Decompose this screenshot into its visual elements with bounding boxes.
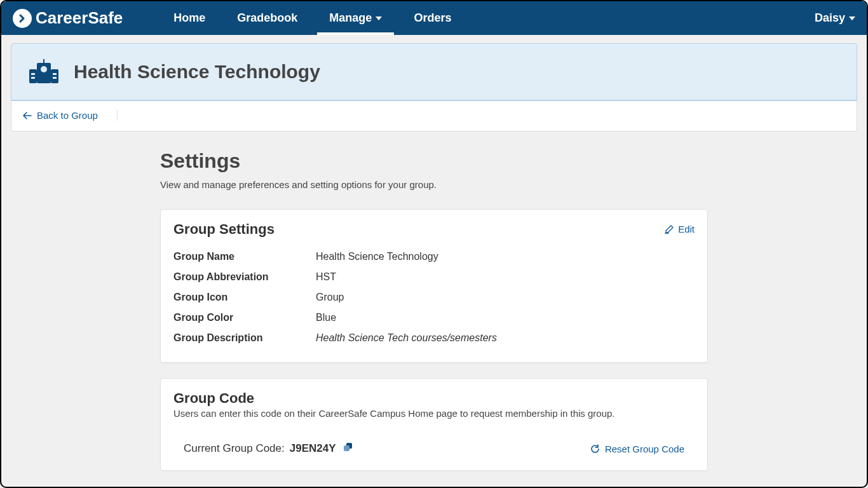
page-subtitle: View and manage preferences and setting … <box>160 179 708 190</box>
group-code-title: Group Code <box>173 390 695 407</box>
edit-button[interactable]: Edit <box>664 224 695 234</box>
svg-point-3 <box>41 66 47 72</box>
group-abbr-value: HST <box>316 271 336 283</box>
brand-logo[interactable]: CareerSafe <box>13 8 123 28</box>
back-to-group-link[interactable]: Back to Group <box>23 110 118 121</box>
group-abbr-row: Group Abbreviation HST <box>173 267 695 287</box>
edit-icon <box>664 224 674 234</box>
page-title: Settings <box>160 149 708 173</box>
user-menu[interactable]: Daisy <box>815 11 855 25</box>
group-abbr-label: Group Abbreviation <box>173 271 316 283</box>
group-icon-row: Group Icon Group <box>173 287 695 308</box>
group-desc-label: Group Description <box>173 332 316 344</box>
school-icon <box>29 58 58 86</box>
group-color-label: Group Color <box>173 312 316 323</box>
svg-rect-10 <box>344 445 349 451</box>
group-color-value: Blue <box>316 312 336 323</box>
copy-icon <box>342 442 354 453</box>
banner-title: Health Science Technology <box>74 61 320 83</box>
svg-rect-8 <box>53 77 57 79</box>
group-name-label: Group Name <box>173 251 316 262</box>
svg-rect-4 <box>43 59 44 64</box>
group-name-value: Health Science Technology <box>316 251 438 262</box>
svg-rect-5 <box>31 73 35 75</box>
page-body: Health Science Technology Back to Group … <box>1 35 867 471</box>
nav-items: Home Gradebook Manage Orders <box>158 1 467 35</box>
group-icon-label: Group Icon <box>173 292 316 303</box>
group-banner: Health Science Technology <box>11 43 857 100</box>
logo-chevron-icon <box>13 9 32 28</box>
current-code-value: J9EN24Y <box>290 442 336 455</box>
group-desc-value: Health Science Tech courses/semesters <box>316 332 497 344</box>
top-nav: CareerSafe Home Gradebook Manage Orders … <box>1 1 867 35</box>
refresh-icon <box>590 444 600 454</box>
group-code-subtext: Users can enter this code on their Caree… <box>173 408 695 419</box>
group-code-card: Group Code Users can enter this code on … <box>160 378 708 471</box>
group-desc-row: Group Description Health Science Tech co… <box>173 328 695 348</box>
brand-name: CareerSafe <box>36 8 123 28</box>
group-name-row: Group Name Health Science Technology <box>173 247 695 267</box>
reset-code-button[interactable]: Reset Group Code <box>590 444 684 454</box>
group-color-row: Group Color Blue <box>173 308 695 328</box>
arrow-left-icon <box>23 112 32 119</box>
copy-code-button[interactable] <box>342 442 354 456</box>
content-area: Settings View and manage preferences and… <box>160 149 708 471</box>
caret-down-icon <box>849 17 855 20</box>
svg-rect-2 <box>37 63 51 83</box>
sub-toolbar: Back to Group <box>11 100 857 132</box>
group-settings-card: Group Settings Edit Group Name Health Sc… <box>160 209 708 363</box>
nav-gradebook[interactable]: Gradebook <box>221 1 313 35</box>
caret-down-icon <box>376 17 382 20</box>
nav-orders[interactable]: Orders <box>398 1 467 35</box>
svg-rect-7 <box>31 77 35 79</box>
current-code-container: Current Group Code: J9EN24Y <box>184 442 354 456</box>
group-settings-title: Group Settings <box>173 221 275 238</box>
svg-rect-0 <box>29 69 37 83</box>
nav-home[interactable]: Home <box>158 1 221 35</box>
svg-rect-6 <box>53 73 57 75</box>
svg-rect-1 <box>51 69 58 83</box>
group-icon-value: Group <box>316 292 344 303</box>
nav-manage[interactable]: Manage <box>313 1 398 35</box>
current-code-label: Current Group Code: <box>184 442 285 455</box>
